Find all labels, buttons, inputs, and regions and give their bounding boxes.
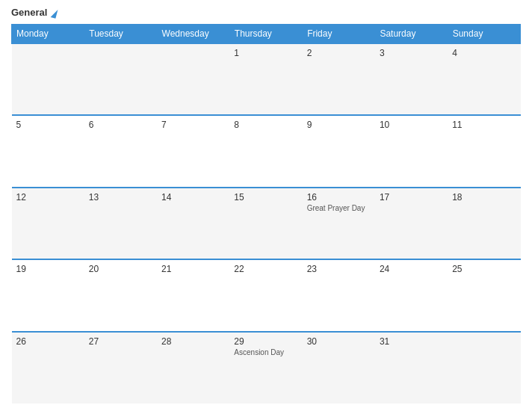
day-cell: 12 bbox=[12, 188, 84, 259]
day-cell: 27 bbox=[84, 332, 157, 404]
day-cell: 6 bbox=[84, 115, 157, 187]
day-cell: 13 bbox=[84, 188, 157, 259]
day-cell: 1 bbox=[229, 43, 302, 115]
day-cell: 14 bbox=[157, 188, 229, 259]
day-number: 27 bbox=[89, 336, 152, 347]
day-cell: 31 bbox=[375, 332, 448, 404]
calendar-header: General bbox=[11, 7, 521, 18]
logo: General bbox=[11, 7, 57, 18]
day-number: 19 bbox=[16, 264, 80, 274]
col-header-friday: Friday bbox=[303, 24, 375, 43]
day-number: 29 bbox=[234, 336, 297, 347]
day-cell: 7 bbox=[157, 115, 229, 187]
col-header-thursday: Thursday bbox=[229, 24, 302, 43]
day-cell: 15 bbox=[229, 188, 302, 259]
logo-triangle-icon bbox=[51, 8, 58, 18]
day-number: 5 bbox=[16, 120, 80, 130]
day-number: 23 bbox=[307, 264, 371, 274]
day-cell: 5 bbox=[12, 115, 84, 187]
holiday-name: Great Prayer Day bbox=[307, 204, 371, 212]
day-cell: 2 bbox=[303, 43, 375, 115]
day-number: 4 bbox=[452, 48, 516, 58]
week-row-3: 1213141516Great Prayer Day1718 bbox=[12, 188, 521, 259]
day-number: 17 bbox=[380, 192, 443, 203]
day-cell: 11 bbox=[448, 115, 520, 187]
day-cell: 30 bbox=[303, 332, 375, 404]
day-cell: 9 bbox=[303, 115, 375, 187]
day-number: 20 bbox=[89, 264, 152, 274]
day-number: 28 bbox=[161, 336, 225, 347]
day-cell: 28 bbox=[157, 332, 229, 404]
day-number: 3 bbox=[380, 48, 443, 58]
day-number: 13 bbox=[89, 192, 152, 203]
day-cell: 8 bbox=[229, 115, 302, 187]
day-cell bbox=[157, 43, 229, 115]
day-number: 22 bbox=[234, 264, 297, 274]
day-cell: 22 bbox=[229, 259, 302, 331]
day-cell: 3 bbox=[375, 43, 448, 115]
col-header-wednesday: Wednesday bbox=[157, 24, 229, 43]
day-cell: 26 bbox=[12, 332, 84, 404]
week-row-1: 1234 bbox=[12, 43, 521, 115]
calendar-header-row: MondayTuesdayWednesdayThursdayFridaySatu… bbox=[12, 24, 521, 43]
day-number: 6 bbox=[89, 120, 152, 130]
calendar-table: MondayTuesdayWednesdayThursdayFridaySatu… bbox=[11, 24, 521, 404]
day-number: 7 bbox=[161, 120, 225, 130]
day-number: 30 bbox=[307, 336, 371, 347]
day-cell: 25 bbox=[448, 259, 520, 331]
day-number: 1 bbox=[234, 48, 297, 58]
day-cell bbox=[12, 43, 84, 115]
day-number: 8 bbox=[234, 120, 297, 130]
day-cell: 21 bbox=[157, 259, 229, 331]
holiday-name: Ascension Day bbox=[234, 348, 297, 356]
day-number: 9 bbox=[307, 120, 371, 130]
day-cell: 23 bbox=[303, 259, 375, 331]
week-row-4: 19202122232425 bbox=[12, 259, 521, 331]
col-header-saturday: Saturday bbox=[375, 24, 448, 43]
day-number: 16 bbox=[307, 192, 371, 203]
day-cell bbox=[448, 332, 520, 404]
day-number: 14 bbox=[161, 192, 225, 203]
day-cell: 19 bbox=[12, 259, 84, 331]
day-number: 21 bbox=[161, 264, 225, 274]
day-cell: 4 bbox=[448, 43, 520, 115]
day-number: 18 bbox=[452, 192, 516, 203]
day-number: 12 bbox=[16, 192, 80, 203]
day-number: 11 bbox=[452, 120, 516, 130]
day-cell: 18 bbox=[448, 188, 520, 259]
day-number: 2 bbox=[307, 48, 371, 58]
day-number: 15 bbox=[234, 192, 297, 203]
logo-general-text: General bbox=[11, 7, 57, 18]
day-cell: 10 bbox=[375, 115, 448, 187]
day-cell: 29Ascension Day bbox=[229, 332, 302, 404]
day-number: 31 bbox=[380, 336, 443, 347]
day-number: 10 bbox=[380, 120, 443, 130]
col-header-sunday: Sunday bbox=[448, 24, 520, 43]
week-row-2: 567891011 bbox=[12, 115, 521, 187]
day-cell: 16Great Prayer Day bbox=[303, 188, 375, 259]
col-header-tuesday: Tuesday bbox=[84, 24, 157, 43]
calendar-body: 12345678910111213141516Great Prayer Day1… bbox=[12, 43, 521, 404]
day-cell: 24 bbox=[375, 259, 448, 331]
day-cell: 20 bbox=[84, 259, 157, 331]
col-header-monday: Monday bbox=[12, 24, 84, 43]
week-row-5: 26272829Ascension Day3031 bbox=[12, 332, 521, 404]
day-number: 25 bbox=[452, 264, 516, 274]
day-cell bbox=[84, 43, 157, 115]
day-cell: 17 bbox=[375, 188, 448, 259]
day-number: 26 bbox=[16, 336, 80, 347]
day-number: 24 bbox=[380, 264, 443, 274]
